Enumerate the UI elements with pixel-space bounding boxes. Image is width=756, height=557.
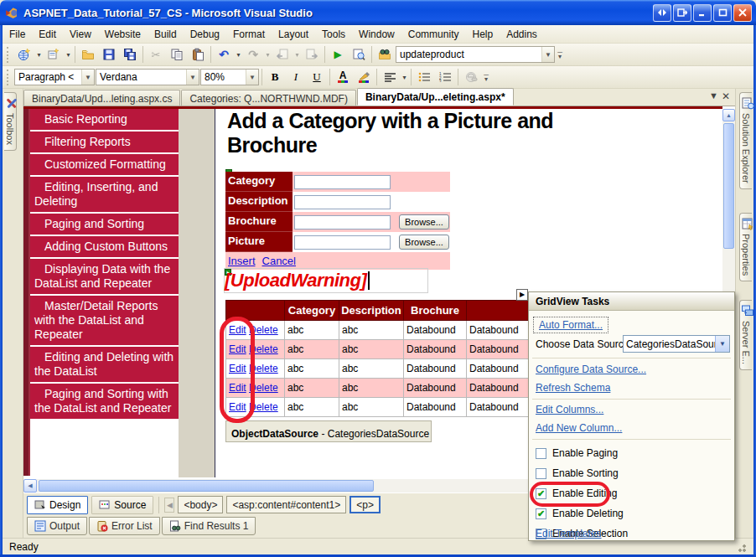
- new-website-button[interactable]: [14, 45, 34, 64]
- pin-toggle-button[interactable]: [653, 4, 671, 22]
- navigate-back-dropdown[interactable]: ▾: [293, 51, 301, 59]
- toolbar-overflow-button[interactable]: ─▾: [482, 69, 490, 85]
- enable-paging-checkbox[interactable]: [536, 448, 546, 459]
- menu-help[interactable]: Help: [465, 26, 500, 43]
- close-button[interactable]: [733, 4, 752, 22]
- scroll-up-button[interactable]: ▲: [722, 109, 735, 121]
- enable-deleting-checkbox[interactable]: ✔: [536, 508, 546, 519]
- tag-p[interactable]: <p>: [350, 496, 381, 513]
- toolbar-grip[interactable]: [7, 47, 11, 63]
- tab-binarydata-aspx[interactable]: BinaryData/Up...eleting.aspx*: [357, 88, 514, 106]
- menu-edit[interactable]: Edit: [32, 26, 63, 43]
- nav-displaying-datalist-repeater[interactable]: Displaying Data with the DataList and Re…: [30, 259, 179, 294]
- nav-editing-inserting-deleting[interactable]: Editing, Inserting, and Deleting: [30, 177, 179, 212]
- add-item-dropdown[interactable]: ▾: [65, 51, 72, 59]
- find-results-tab[interactable]: Find Results 1: [162, 517, 256, 535]
- source-view-button[interactable]: Source: [91, 496, 153, 514]
- nav-master-detail-datalist[interactable]: Master/Detail Reports with the DataList …: [30, 296, 179, 345]
- add-new-item-button[interactable]: [44, 45, 64, 64]
- view-in-browser-button[interactable]: [349, 45, 369, 64]
- nav-customized-formatting[interactable]: Customized Formatting: [30, 154, 179, 175]
- close-document-button[interactable]: ✕: [722, 90, 730, 102]
- tag-body[interactable]: <body>: [178, 496, 223, 513]
- new-website-dropdown[interactable]: ▾: [35, 51, 43, 59]
- font-size-combo[interactable]: 80% ▼: [200, 69, 259, 85]
- menu-format[interactable]: Format: [226, 26, 272, 43]
- minimize-button[interactable]: [693, 4, 712, 22]
- nav-paging-sorting[interactable]: Paging and Sorting: [30, 214, 179, 235]
- redo-button[interactable]: ↷: [243, 45, 263, 64]
- combo-dropdown-arrow-icon[interactable]: ▼: [81, 70, 94, 85]
- resize-grip[interactable]: [735, 541, 747, 553]
- menu-tools[interactable]: Tools: [315, 26, 352, 43]
- scroll-left-button[interactable]: ◀: [23, 479, 37, 493]
- block-format-combo[interactable]: Paragraph < ▼: [14, 69, 95, 85]
- hyperlink-button[interactable]: [461, 68, 481, 86]
- design-view-button[interactable]: Design: [27, 496, 88, 514]
- horizontal-scroll-thumb[interactable]: [39, 480, 374, 492]
- font-color-button[interactable]: A: [333, 68, 353, 86]
- tag-nav-left-arrow[interactable]: ◀: [164, 498, 174, 513]
- edit-columns-link[interactable]: Edit Columns...: [536, 404, 603, 415]
- picture-browse-button[interactable]: Browse...: [399, 235, 449, 250]
- menu-debug[interactable]: Debug: [184, 26, 226, 43]
- description-textbox[interactable]: [294, 195, 391, 209]
- error-list-tab[interactable]: Error List: [89, 517, 160, 535]
- bullet-list-button[interactable]: [414, 68, 434, 86]
- menu-window[interactable]: Window: [352, 26, 401, 43]
- menu-website[interactable]: Website: [98, 26, 148, 43]
- menu-view[interactable]: View: [63, 26, 98, 43]
- align-dropdown[interactable]: ▾: [401, 74, 408, 81]
- save-all-button[interactable]: [120, 45, 140, 64]
- numbered-list-button[interactable]: 123: [435, 68, 455, 86]
- category-textbox[interactable]: [294, 175, 391, 189]
- toolbox-tab[interactable]: Toolbox: [4, 92, 17, 151]
- auto-format-link[interactable]: Auto Format...: [533, 317, 608, 333]
- open-file-button[interactable]: [78, 45, 98, 64]
- server-explorer-tab[interactable]: Server E...: [739, 300, 752, 370]
- objectdatasource-control[interactable]: ObjectDataSource - CategoriesDataSource: [225, 420, 432, 442]
- underline-button[interactable]: U: [307, 68, 327, 86]
- command-combo[interactable]: updateproduct ▼: [396, 46, 555, 63]
- solution-explorer-tab[interactable]: Solution Explorer: [739, 92, 752, 189]
- tab-list-dropdown[interactable]: ▼: [709, 90, 718, 102]
- cancel-link[interactable]: Cancel: [262, 255, 296, 267]
- nav-editing-deleting-datalist[interactable]: Editing and Deleting with the DataList: [30, 347, 179, 382]
- combo-dropdown-arrow-icon[interactable]: ▼: [186, 70, 199, 85]
- navigate-forward-button[interactable]: [302, 45, 322, 64]
- insert-link[interactable]: Insert: [228, 255, 256, 267]
- brochure-fileupload[interactable]: [294, 215, 391, 230]
- data-source-combo[interactable]: CategoriesDataSource ▼: [623, 335, 730, 353]
- redo-dropdown[interactable]: ▾: [264, 51, 272, 59]
- combo-dropdown-arrow-icon[interactable]: ▼: [715, 336, 729, 352]
- copy-button[interactable]: [167, 45, 187, 64]
- toolbar-grip[interactable]: [7, 70, 11, 85]
- maximize-button[interactable]: [713, 4, 732, 22]
- edit-templates-link[interactable]: Edit Templates: [536, 528, 602, 539]
- brochure-browse-button[interactable]: Browse...: [399, 214, 449, 230]
- navigate-backward-button[interactable]: [272, 45, 293, 64]
- cut-button[interactable]: ✂: [146, 45, 166, 64]
- gridview-smart-tag-button[interactable]: ▶: [516, 289, 528, 301]
- configure-data-source-link[interactable]: Configure Data Source...: [536, 364, 646, 375]
- font-name-combo[interactable]: Verdana ▼: [96, 69, 199, 85]
- italic-button[interactable]: I: [286, 68, 306, 86]
- refresh-schema-link[interactable]: Refresh Schema: [536, 382, 610, 394]
- tab-categories-mdf[interactable]: Categories: Q...NORTHWND.MDF): [181, 90, 355, 106]
- menu-layout[interactable]: Layout: [272, 26, 315, 43]
- nav-adding-custom-buttons[interactable]: Adding Custom Buttons: [30, 236, 179, 257]
- nav-paging-sorting-datalist[interactable]: Paging and Sorting with the DataList and…: [30, 384, 179, 419]
- upload-warning-paragraph[interactable]: [UploadWarning]: [224, 268, 428, 293]
- paste-button[interactable]: [188, 45, 208, 64]
- properties-tab[interactable]: Properties: [739, 213, 752, 281]
- combo-dropdown-arrow-icon[interactable]: ▼: [246, 70, 258, 85]
- menu-addins[interactable]: Addins: [500, 26, 544, 43]
- menu-community[interactable]: Community: [401, 26, 466, 43]
- enable-sorting-checkbox[interactable]: [536, 468, 546, 479]
- output-tab[interactable]: Output: [27, 517, 87, 535]
- start-debugging-button[interactable]: ▶: [328, 45, 348, 64]
- find-in-files-button[interactable]: [375, 45, 395, 64]
- title-bar[interactable]: ASPNET_Data_Tutorial_57_CS - Microsoft V…: [0, 0, 756, 25]
- vertical-scroll-thumb[interactable]: [723, 123, 734, 249]
- menu-file[interactable]: File: [3, 26, 32, 43]
